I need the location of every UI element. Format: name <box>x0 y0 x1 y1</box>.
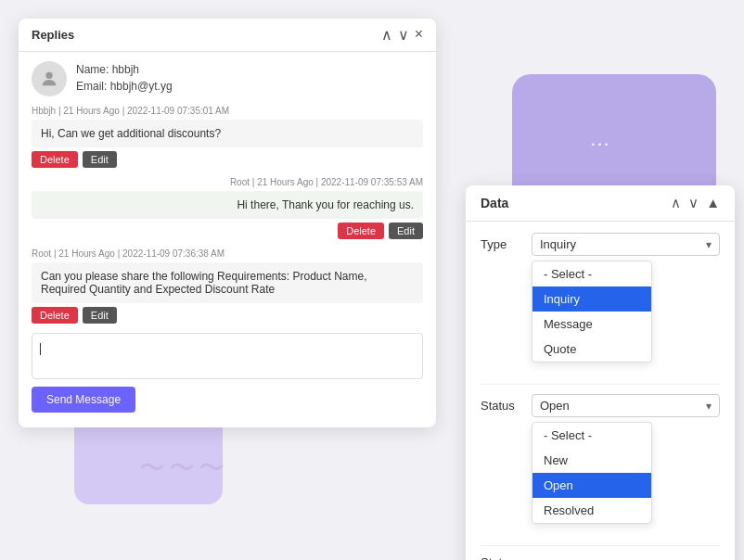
data-body: Type Inquiry ▾ - Select - Inquiry Messag… <box>466 222 735 560</box>
message-actions-2: Delete Edit <box>32 223 423 239</box>
type-field-row: Type Inquiry ▾ - Select - Inquiry Messag… <box>481 233 720 256</box>
type-chevron-icon: ▾ <box>706 238 712 251</box>
replies-panel: Replies ∧ ∨ × Name: hbbjh Email: hbbjh@y… <box>19 19 436 427</box>
separator-2 <box>481 545 720 546</box>
status-dropdown-container: Open ▾ - Select - New Open Resolved <box>532 394 720 417</box>
separator-1 <box>481 384 720 385</box>
status-current-value: Open <box>540 399 570 413</box>
type-option-select[interactable]: - Select - <box>532 261 651 286</box>
collapse-down-icon[interactable]: ∨ <box>398 26 409 44</box>
type-dropdown-container: Inquiry ▾ - Select - Inquiry Message Quo… <box>532 233 720 256</box>
replies-body: Name: hbbjh Email: hbbjh@yt.yg Hbbjh | 2… <box>19 52 436 427</box>
status-dropdown-select[interactable]: Open ▾ <box>532 394 720 417</box>
chat-dots: ··· <box>590 132 609 156</box>
data-up-icon[interactable]: ∧ <box>671 195 681 211</box>
user-info-text: Name: hbbjh Email: hbbjh@yt.yg <box>76 61 173 95</box>
type-option-quote[interactable]: Quote <box>532 337 651 362</box>
delete-button-2[interactable]: Delete <box>338 223 384 239</box>
type-label: Type <box>481 233 532 251</box>
message-meta-1: Hbbjh | 21 Hours Ago | 2022-11-09 07:35:… <box>32 106 423 116</box>
message-actions-1: Delete Edit <box>32 151 423 168</box>
message-meta-2: Root | 21 Hours Ago | 2022-11-09 07:35:5… <box>32 177 423 187</box>
status-dropdown-list: - Select - New Open Resolved <box>532 422 652 524</box>
message-bubble-3: Can you please share the following Requi… <box>32 262 423 303</box>
status-option-open[interactable]: Open <box>532 473 651 498</box>
data-panel: Data ∧ ∨ ▲ Type Inquiry ▾ - Select - Inq… <box>466 185 735 560</box>
user-name: Name: hbbjh <box>76 61 173 78</box>
message-bubble-1: Hi, Can we get additional discounts? <box>32 120 423 147</box>
type-option-inquiry[interactable]: Inquiry <box>532 286 651 312</box>
status-bottom-row: Status <box>481 555 720 560</box>
type-current-value: Inquiry <box>540 237 576 251</box>
replies-title: Replies <box>32 28 74 42</box>
edit-button-1[interactable]: Edit <box>83 151 117 168</box>
replies-header: Replies ∧ ∨ × <box>19 19 436 52</box>
status-label: Status <box>481 394 532 413</box>
data-down-icon[interactable]: ∨ <box>688 195 699 211</box>
delete-button-3[interactable]: Delete <box>32 307 78 324</box>
avatar <box>32 61 67 96</box>
cursor <box>40 343 41 355</box>
status-field-row: Status Open ▾ - Select - New Open Resolv… <box>481 394 720 417</box>
status-option-resolved[interactable]: Resolved <box>532 498 651 523</box>
collapse-up-icon[interactable]: ∧ <box>381 26 392 44</box>
data-minimize-icon[interactable]: ▲ <box>706 195 720 211</box>
type-option-message[interactable]: Message <box>532 312 651 337</box>
send-message-button[interactable]: Send Message <box>32 387 135 413</box>
data-controls: ∧ ∨ ▲ <box>671 195 720 211</box>
data-header: Data ∧ ∨ ▲ <box>466 185 735 222</box>
message-actions-3: Delete Edit <box>32 307 423 324</box>
message-meta-3: Root | 21 Hours Ago | 2022-11-09 07:36:3… <box>32 248 423 259</box>
status-option-new[interactable]: New <box>532 448 651 473</box>
status-bottom-label: Status <box>481 555 532 560</box>
user-email: Email: hbbjh@yt.yg <box>76 78 173 95</box>
type-dropdown-select[interactable]: Inquiry ▾ <box>532 233 720 256</box>
data-title: Data <box>481 196 508 210</box>
edit-button-2[interactable]: Edit <box>389 223 423 239</box>
type-dropdown-list: - Select - Inquiry Message Quote <box>532 261 652 363</box>
wave-decoration: 〜〜〜 <box>139 451 228 486</box>
close-icon[interactable]: × <box>415 26 423 44</box>
user-info-row: Name: hbbjh Email: hbbjh@yt.yg <box>32 61 423 96</box>
message-input[interactable] <box>32 333 423 379</box>
chat-bubble-icon: ··· <box>568 111 633 176</box>
edit-button-3[interactable]: Edit <box>83 307 117 324</box>
status-chevron-icon: ▾ <box>706 400 712 413</box>
delete-button-1[interactable]: Delete <box>32 151 78 168</box>
svg-point-0 <box>45 72 52 79</box>
message-bubble-2: Hi there, Thank you for reaching us. <box>32 191 423 219</box>
status-option-select[interactable]: - Select - <box>532 423 651 448</box>
replies-controls: ∧ ∨ × <box>381 26 423 44</box>
